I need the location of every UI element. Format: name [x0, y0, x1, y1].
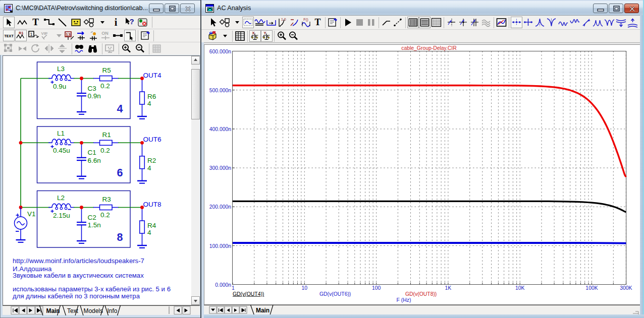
svg-text:0.000n: 0.000n — [215, 282, 231, 288]
svg-text:F (Hz): F (Hz) — [397, 297, 411, 303]
svg-text:OUT6: OUT6 — [143, 136, 162, 143]
svg-text:OUT8: OUT8 — [143, 201, 162, 208]
svg-text:1: 1 — [30, 32, 32, 37]
svg-text:R5: R5 — [102, 67, 111, 74]
svg-text:cable_Group-Delay.CIR: cable_Group-Delay.CIR — [401, 45, 457, 51]
svg-text:1K: 1K — [445, 285, 452, 291]
svg-text:TEXT: TEXT — [4, 34, 14, 38]
svg-text:i: i — [115, 17, 118, 28]
svg-text:L1: L1 — [57, 130, 65, 137]
svg-text:Text: Text — [67, 307, 79, 314]
svg-text:GD(v(OUT6)): GD(v(OUT6)) — [319, 291, 351, 297]
svg-text:GD(v(OUT8)): GD(v(OUT8)) — [405, 291, 437, 297]
svg-text:R3: R3 — [102, 196, 111, 203]
svg-text:0.9u: 0.9u — [53, 83, 66, 90]
svg-text:1: 1 — [232, 285, 235, 291]
svg-text:6.6n: 6.6n — [88, 157, 101, 164]
svg-text:6: 6 — [117, 167, 123, 179]
svg-text:13: 13 — [66, 32, 71, 37]
svg-text:200.000n: 200.000n — [209, 204, 232, 210]
svg-text:4: 4 — [147, 164, 151, 172]
svg-text:100.000n: 100.000n — [209, 243, 232, 249]
svg-text:Main: Main — [46, 307, 60, 314]
svg-text:?: ? — [129, 17, 134, 26]
svg-text:10: 10 — [302, 285, 308, 291]
svg-text:10K: 10K — [515, 285, 525, 291]
svg-text:100: 100 — [372, 285, 381, 291]
svg-text:R1: R1 — [102, 131, 111, 139]
svg-text:100K: 100K — [585, 285, 598, 291]
svg-text:R4: R4 — [147, 222, 156, 229]
svg-text:L3: L3 — [57, 65, 65, 73]
svg-text:T: T — [32, 17, 39, 27]
svg-text:0.9n: 0.9n — [88, 92, 101, 100]
svg-text:ON: ON — [101, 31, 109, 36]
svg-text:0.2: 0.2 — [100, 147, 110, 154]
svg-text:F(): F() — [303, 17, 308, 22]
svg-text:300K: 300K — [620, 285, 632, 291]
svg-text:4: 4 — [117, 103, 123, 115]
svg-text:4: 4 — [147, 100, 151, 107]
svg-text:R6: R6 — [147, 93, 156, 100]
svg-text:http://www.moinf.info/articles: http://www.moinf.info/articles/loudspeak… — [13, 257, 144, 265]
svg-text:C2: C2 — [88, 214, 96, 221]
svg-text:1.5n: 1.5n — [88, 221, 101, 229]
svg-text:GD(v(OUT4)): GD(v(OUT4)) — [233, 291, 264, 297]
svg-text:L2: L2 — [57, 194, 65, 202]
svg-text:Info: Info — [108, 307, 118, 314]
svg-text:Звуковые кабели в акустических: Звуковые кабели в акустических системах — [13, 272, 144, 279]
svg-text:Models: Models — [84, 307, 103, 314]
svg-text:V1: V1 — [27, 210, 36, 218]
svg-text:400.000n: 400.000n — [209, 126, 232, 132]
svg-text:8: 8 — [117, 231, 123, 243]
svg-text:Main: Main — [256, 307, 270, 314]
svg-text:R2: R2 — [147, 157, 156, 164]
svg-text:600.000n: 600.000n — [209, 49, 232, 54]
svg-text:0.2: 0.2 — [100, 211, 110, 219]
svg-text:T: T — [314, 17, 320, 27]
svg-text:C1: C1 — [88, 149, 96, 156]
svg-text:R1: R1 — [19, 31, 23, 35]
svg-text:для длины кабелей по 3 погонны: для длины кабелей по 3 погонным метра — [13, 292, 140, 300]
svg-text:0.2: 0.2 — [100, 82, 110, 90]
svg-text:500.000n: 500.000n — [209, 88, 232, 93]
svg-text:0.45u: 0.45u — [53, 147, 70, 154]
svg-text:300.000n: 300.000n — [209, 165, 232, 171]
svg-text:4: 4 — [147, 229, 151, 236]
svg-text:C3: C3 — [88, 85, 96, 92]
svg-text:OUT4: OUT4 — [143, 72, 162, 79]
svg-text:2.15u: 2.15u — [53, 212, 70, 219]
